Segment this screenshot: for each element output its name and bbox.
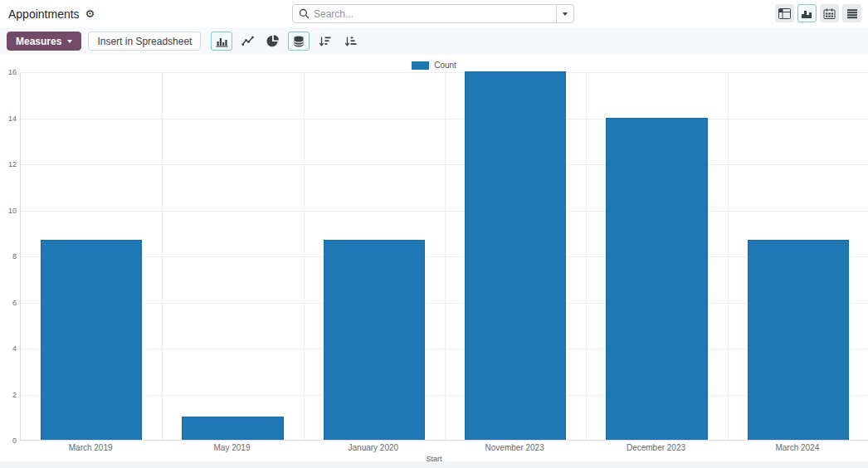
x-axis-label: January 2020 bbox=[303, 444, 444, 452]
gear-icon[interactable]: ⚙ bbox=[85, 8, 95, 19]
y-tick-label: 14 bbox=[0, 115, 17, 123]
gridline bbox=[445, 72, 446, 440]
line-chart-button[interactable] bbox=[237, 32, 258, 51]
view-switcher bbox=[775, 4, 861, 22]
view-switcher-calendar[interactable] bbox=[820, 4, 839, 22]
stacked-button[interactable] bbox=[288, 32, 310, 51]
y-tick-label: 8 bbox=[0, 253, 17, 261]
search-bar[interactable] bbox=[292, 4, 574, 23]
search-input[interactable] bbox=[314, 8, 556, 20]
line-chart-icon bbox=[241, 36, 254, 46]
measures-button[interactable]: Measures bbox=[7, 32, 81, 51]
bar-chart-plot bbox=[20, 72, 868, 441]
gridline bbox=[304, 72, 305, 440]
sort-descending-button[interactable] bbox=[314, 32, 335, 51]
sort-ascending-button[interactable] bbox=[339, 32, 361, 51]
measures-label: Measures bbox=[16, 36, 61, 47]
chevron-down-icon bbox=[67, 40, 72, 43]
breadcrumb: Appointments ⚙ bbox=[8, 0, 95, 27]
control-panel: Measures Insert in Spreadsheet bbox=[0, 27, 868, 55]
y-tick-label: 16 bbox=[0, 69, 17, 76]
view-switcher-list[interactable] bbox=[842, 4, 861, 22]
view-switcher-graph[interactable] bbox=[797, 4, 817, 22]
gridline bbox=[586, 72, 587, 440]
search-dropdown-toggle[interactable] bbox=[556, 5, 573, 22]
sort-desc-icon bbox=[319, 36, 331, 47]
x-axis-label: November 2023 bbox=[444, 444, 585, 452]
y-tick-label: 0 bbox=[0, 437, 17, 445]
pie-chart-button[interactable] bbox=[262, 32, 284, 51]
list-icon bbox=[846, 8, 858, 19]
bar-chart-icon bbox=[216, 36, 228, 47]
x-axis-label: March 2024 bbox=[727, 444, 868, 452]
insert-in-spreadsheet-button[interactable]: Insert in Spreadsheet bbox=[88, 32, 201, 51]
search-icon bbox=[299, 8, 310, 19]
y-tick-label: 10 bbox=[0, 207, 17, 215]
y-tick-label: 2 bbox=[0, 392, 17, 399]
y-tick-label: 12 bbox=[0, 161, 17, 168]
bar-chart-button[interactable] bbox=[211, 32, 232, 51]
x-axis-label: March 2019 bbox=[20, 444, 161, 452]
chart-bar[interactable] bbox=[182, 417, 284, 440]
calendar-icon bbox=[823, 8, 836, 19]
pie-chart-icon bbox=[266, 35, 280, 47]
pivot-icon bbox=[778, 8, 791, 19]
chart-bar[interactable] bbox=[748, 240, 850, 440]
database-icon bbox=[293, 36, 305, 47]
x-axis-label: December 2023 bbox=[585, 444, 726, 452]
chart-bar[interactable] bbox=[324, 240, 426, 440]
chart-bar[interactable] bbox=[606, 118, 708, 441]
x-axis-label: May 2019 bbox=[161, 444, 302, 452]
chart-bar[interactable] bbox=[41, 240, 143, 440]
sort-asc-icon bbox=[344, 36, 357, 47]
chart-bar[interactable] bbox=[465, 71, 567, 440]
legend-swatch bbox=[412, 61, 429, 70]
bar-chart-icon bbox=[801, 8, 813, 19]
bottom-strip bbox=[0, 461, 868, 468]
chevron-down-icon bbox=[563, 12, 568, 16]
y-tick-label: 6 bbox=[0, 300, 17, 307]
chart-region: Count Start 0246810121416March 2019May 2… bbox=[0, 55, 868, 461]
chart-controls bbox=[211, 32, 361, 51]
legend-label: Count bbox=[434, 61, 456, 70]
gridline bbox=[728, 72, 729, 440]
header: Appointments ⚙ bbox=[0, 0, 868, 27]
view-switcher-pivot[interactable] bbox=[775, 4, 794, 22]
page-title: Appointments bbox=[8, 7, 80, 21]
chart-legend[interactable]: Count bbox=[0, 61, 868, 70]
y-tick-label: 4 bbox=[0, 345, 17, 353]
gridline bbox=[162, 72, 163, 440]
